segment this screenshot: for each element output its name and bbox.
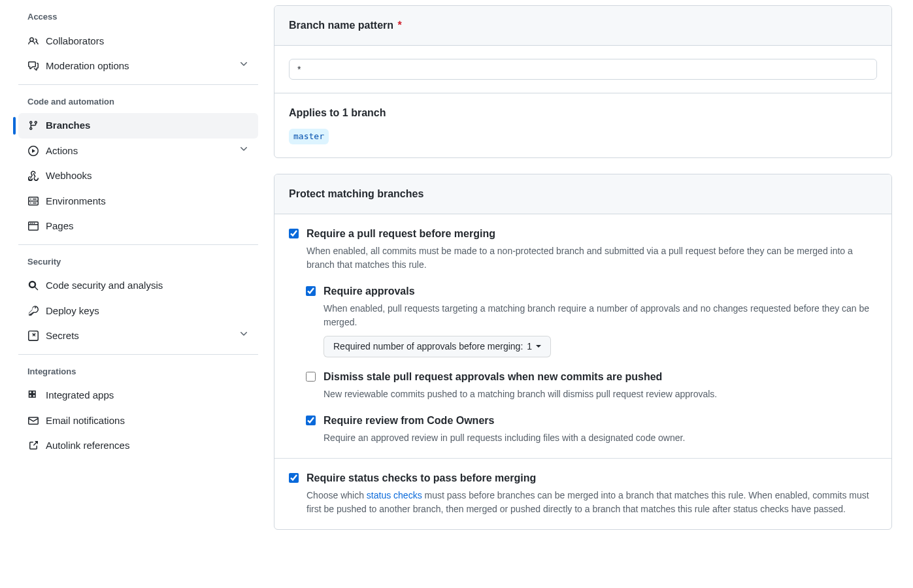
sidebar-item-code-security[interactable]: Code security and analysis: [18, 273, 258, 299]
applies-to-header: Applies to 1 branch: [289, 105, 877, 121]
sidebar-item-label: Integrated apps: [46, 388, 249, 403]
status-checks-checkbox[interactable]: [289, 473, 299, 483]
sidebar-header-integrations: Integrations: [18, 365, 258, 384]
browser-icon: [27, 220, 39, 232]
sidebar-section-integrations: Integrations Integrated apps Email notif…: [18, 365, 258, 464]
sidebar-item-label: Secrets: [46, 329, 232, 344]
protect-branches-card: Protect matching branches Require a pull…: [274, 174, 892, 530]
codescan-icon: [27, 280, 39, 291]
status-checks-check: Require status checks to pass before mer…: [289, 470, 877, 516]
branch-pattern-input[interactable]: [289, 59, 877, 80]
key-icon: [27, 305, 39, 317]
server-icon: [27, 195, 39, 207]
sidebar-item-collaborators[interactable]: Collaborators: [18, 29, 258, 54]
require-pr-check: Require a pull request before merging Wh…: [289, 226, 877, 272]
sidebar-item-moderation[interactable]: Moderation options: [18, 54, 258, 79]
main-content: Branch name pattern * Applies to 1 branc…: [258, 0, 912, 556]
require-pr-checkbox[interactable]: [289, 229, 299, 238]
play-circle-icon: [27, 145, 39, 157]
people-icon: [27, 35, 39, 47]
required-indicator: *: [398, 20, 402, 31]
sidebar-item-branches[interactable]: Branches: [18, 113, 258, 139]
sidebar-item-label: Email notifications: [46, 414, 249, 429]
status-checks-desc: Choose which status checks must pass bef…: [307, 489, 877, 516]
sidebar-item-label: Moderation options: [46, 59, 232, 74]
sidebar-header-security: Security: [18, 255, 258, 274]
sidebar-item-autolink[interactable]: Autolink references: [18, 433, 258, 459]
chevron-down-icon: [239, 59, 249, 73]
sidebar-item-actions[interactable]: Actions: [18, 139, 258, 164]
protect-branches-body: Require a pull request before merging Wh…: [274, 214, 891, 529]
apps-icon: [27, 389, 39, 401]
cross-reference-icon: [27, 440, 39, 451]
sidebar-item-email-notifications[interactable]: Email notifications: [18, 408, 258, 434]
git-branch-icon: [27, 120, 39, 131]
sidebar-item-label: Code security and analysis: [46, 278, 249, 293]
sidebar-item-integrated-apps[interactable]: Integrated apps: [18, 383, 258, 408]
dismiss-stale-check: Dismiss stale pull request approvals whe…: [306, 369, 877, 401]
sidebar-item-label: Collaborators: [46, 34, 249, 49]
approvals-dropdown-value: 1: [527, 340, 532, 353]
sidebar-header-code: Code and automation: [18, 95, 258, 114]
mail-icon: [27, 415, 39, 427]
sidebar-item-pages[interactable]: Pages: [18, 214, 258, 239]
settings-sidebar: Access Collaborators Moderation options …: [0, 0, 258, 556]
dismiss-stale-desc: New reviewable commits pushed to a match…: [324, 387, 877, 401]
sidebar-section-security: Security Code security and analysis Depl…: [18, 255, 258, 355]
sidebar-section-code: Code and automation Branches Actions Web…: [18, 95, 258, 245]
sidebar-item-webhooks[interactable]: Webhooks: [18, 163, 258, 189]
sidebar-section-access: Access Collaborators Moderation options: [18, 10, 258, 85]
caret-down-icon: [536, 345, 541, 348]
sidebar-item-environments[interactable]: Environments: [18, 189, 258, 214]
sidebar-item-label: Branches: [46, 118, 249, 133]
chevron-down-icon: [239, 329, 249, 343]
sidebar-item-label: Webhooks: [46, 169, 249, 184]
code-owners-title: Require review from Code Owners: [324, 413, 877, 429]
webhook-icon: [27, 170, 39, 182]
approvals-dropdown-label: Required number of approvals before merg…: [333, 340, 523, 353]
matched-branch-pill: master: [289, 129, 329, 144]
status-checks-link[interactable]: status checks: [367, 490, 422, 500]
sidebar-item-label: Environments: [46, 194, 249, 209]
branch-pattern-header: Branch name pattern *: [274, 6, 891, 46]
comment-discussion-icon: [27, 60, 39, 72]
require-approvals-title: Require approvals: [324, 284, 877, 299]
code-owners-checkbox[interactable]: [306, 416, 316, 425]
sidebar-item-label: Deploy keys: [46, 304, 249, 319]
status-checks-desc-pre: Choose which: [307, 490, 367, 500]
branch-pattern-body: [274, 46, 891, 93]
require-pr-subchecks: Require approvals When enabled, pull req…: [306, 284, 877, 445]
require-approvals-check: Require approvals When enabled, pull req…: [306, 284, 877, 357]
approvals-count-dropdown[interactable]: Required number of approvals before merg…: [324, 336, 551, 357]
require-approvals-desc: When enabled, pull requests targeting a …: [324, 302, 877, 329]
sidebar-item-secrets[interactable]: Secrets: [18, 323, 258, 349]
protect-group-status-checks: Require status checks to pass before mer…: [274, 459, 891, 529]
protect-branches-header: Protect matching branches: [274, 174, 891, 214]
code-owners-desc: Require an approved review in pull reque…: [324, 431, 877, 445]
sidebar-item-label: Autolink references: [46, 438, 249, 453]
require-pr-title: Require a pull request before merging: [307, 226, 877, 242]
sidebar-item-label: Actions: [46, 144, 232, 159]
sidebar-item-deploy-keys[interactable]: Deploy keys: [18, 299, 258, 324]
require-approvals-checkbox[interactable]: [306, 286, 316, 296]
require-pr-desc: When enabled, all commits must be made t…: [307, 244, 877, 272]
sidebar-header-access: Access: [18, 10, 258, 29]
code-owners-check: Require review from Code Owners Require …: [306, 413, 877, 445]
status-checks-title: Require status checks to pass before mer…: [307, 470, 877, 486]
protect-group-pr: Require a pull request before merging Wh…: [274, 214, 891, 459]
applies-to-section: Applies to 1 branch master: [274, 93, 891, 157]
dismiss-stale-title: Dismiss stale pull request approvals whe…: [324, 369, 877, 385]
sidebar-item-label: Pages: [46, 219, 249, 234]
chevron-down-icon: [239, 144, 249, 158]
branch-pattern-card: Branch name pattern * Applies to 1 branc…: [274, 5, 892, 158]
dismiss-stale-checkbox[interactable]: [306, 372, 316, 382]
key-asterisk-icon: [27, 330, 39, 342]
branch-pattern-title: Branch name pattern: [289, 20, 393, 31]
